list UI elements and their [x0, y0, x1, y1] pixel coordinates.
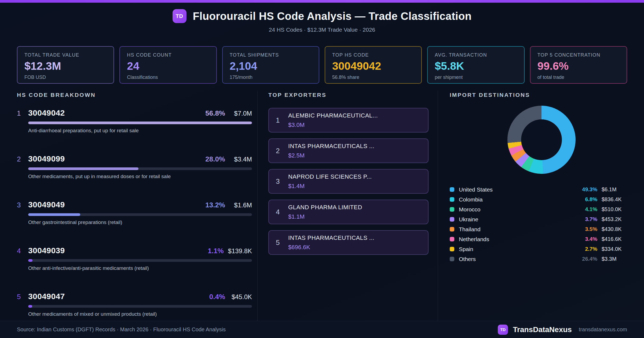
breakdown-percent: 1.1%	[208, 247, 224, 255]
stat-card: HS CODE COUNT 24 Classifications	[119, 46, 217, 84]
stat-subtext: 56.8% share	[332, 75, 414, 80]
exporter-rank: 2	[276, 147, 281, 155]
legend-row: Ukraine 3.7% $453.2K	[450, 214, 633, 224]
exporter-name: GLAND PHARMA LIMITED	[288, 204, 362, 211]
legend-percent: 49.3%	[573, 186, 597, 193]
breakdown-value: $7.0M	[229, 110, 252, 117]
breakdown-hs-code: 30049042	[28, 108, 65, 117]
exporter-value: $1.1M	[288, 213, 362, 220]
breakdown-rank: 5	[17, 293, 28, 301]
breakdown-percent: 56.8%	[205, 109, 225, 117]
legend-row: Morocco 4.1% $510.0K	[450, 204, 633, 214]
legend-country-label: United States	[459, 186, 573, 193]
exporter-card: 5 INTAS PHARMACEUTICALS ... $696.6K	[268, 230, 429, 255]
legend-row: United States 49.3% $6.1M	[450, 185, 633, 194]
legend-percent: 3.4%	[573, 236, 597, 242]
stat-label: TOTAL SHIPMENTS	[230, 52, 312, 58]
breakdown-bar-track	[28, 305, 252, 308]
legend-amount: $6.1M	[602, 186, 633, 193]
breakdown-hs-code: 30049049	[28, 200, 65, 209]
legend-row: Thailand 3.5% $430.8K	[450, 224, 633, 234]
breakdown-bar-track	[28, 259, 252, 262]
breakdown-rank: 3	[17, 201, 28, 209]
breakdown-heading: HS CODE BREAKDOWN	[17, 92, 252, 98]
legend-country-label: Thailand	[459, 226, 573, 233]
stat-label: TOP 5 CONCENTRATION	[537, 52, 620, 58]
exporter-value: $2.5M	[288, 152, 374, 159]
breakdown-description: Anti-diarrhoeal preparations, put up for…	[28, 128, 252, 134]
legend-country-label: Others	[459, 256, 573, 262]
breakdown-rank: 1	[17, 109, 28, 117]
exporter-name: ALEMBIC PHARMACEUTICAL...	[288, 112, 378, 119]
breakdown-bar-fill	[28, 167, 138, 170]
legend-amount: $416.6K	[602, 236, 633, 242]
legend-row: Netherlands 3.4% $416.6K	[450, 234, 633, 244]
exporter-value: $696.6K	[288, 244, 374, 251]
legend-amount: $453.2K	[602, 216, 633, 222]
exporter-card: 1 ALEMBIC PHARMACEUTICAL... $3.0M	[268, 108, 429, 133]
exporter-rank: 4	[276, 208, 281, 216]
breakdown-bar-track	[28, 122, 252, 124]
stat-card: TOP HS CODE 30049042 56.8% share	[325, 46, 422, 84]
stat-value: $12.3M	[24, 60, 107, 72]
exporter-name: NAPROD LIFE SCIENCES P...	[288, 173, 372, 180]
stat-card: TOTAL SHIPMENTS 2,104 175/month	[222, 46, 319, 84]
legend-swatch	[450, 187, 454, 192]
destinations-donut-chart	[507, 106, 576, 174]
exporter-name: INTAS PHARMACEUTICALS ...	[288, 234, 374, 241]
breakdown-row: 5 30049047 0.4% $45.0K Other medicaments…	[17, 292, 252, 317]
breakdown-row: 2 30049099 28.0% $3.4M Other medicaments…	[17, 154, 252, 179]
destinations-legend: United States 49.3% $6.1M Colombia 6.8% …	[450, 185, 633, 264]
header: TD Fluorouracil HS Code Analysis — Trade…	[0, 3, 644, 41]
exporter-rank: 5	[276, 238, 281, 247]
stat-label: AVG. TRANSACTION	[435, 52, 517, 58]
breakdown-hs-code: 30049039	[28, 246, 65, 255]
donut-hole	[521, 119, 562, 160]
top-accent-bar	[0, 0, 644, 3]
legend-country-label: Netherlands	[459, 236, 573, 243]
breakdown-rank: 2	[17, 155, 28, 163]
exporters-heading: TOP EXPORTERS	[268, 92, 429, 98]
stat-label: TOTAL TRADE VALUE	[24, 52, 107, 58]
legend-percent: 26.4%	[573, 256, 597, 262]
brand-logo-badge: TD	[173, 9, 186, 23]
page-title: Fluorouracil HS Code Analysis — Trade Cl…	[193, 10, 472, 22]
breakdown-row: 3 30049049 13.2% $1.6M Other gastrointes…	[17, 200, 252, 225]
breakdown-rank: 4	[17, 247, 28, 255]
stat-subtext: FOB USD	[24, 75, 107, 80]
legend-row: Colombia 6.8% $836.4K	[450, 194, 633, 204]
legend-swatch	[450, 227, 454, 232]
main-content: HS CODE BREAKDOWN 1 30049042 56.8% $7.0M…	[0, 91, 644, 324]
breakdown-description: Other medicaments, put up in measured do…	[28, 174, 252, 179]
footer-brand-name: TransDataNexus	[513, 325, 572, 334]
stat-label: HS CODE COUNT	[127, 52, 209, 58]
legend-country-label: Colombia	[459, 196, 573, 203]
breakdown-description: Other medicaments of mixed or unmixed pr…	[28, 311, 252, 317]
stat-subtext: 175/month	[230, 75, 312, 80]
exporters-list: 1 ALEMBIC PHARMACEUTICAL... $3.0M 2 INTA…	[268, 108, 429, 255]
stat-card: TOTAL TRADE VALUE $12.3M FOB USD	[17, 46, 114, 84]
breakdown-percent: 0.4%	[209, 293, 225, 301]
legend-row: Others 26.4% $3.3M	[450, 254, 633, 264]
stat-value: $5.8K	[435, 60, 517, 72]
legend-country-label: Spain	[459, 246, 573, 252]
breakdown-hs-code: 30049099	[28, 154, 65, 163]
exporter-card: 4 GLAND PHARMA LIMITED $1.1M	[268, 200, 429, 224]
breakdown-bar-fill	[28, 213, 80, 216]
legend-percent: 4.1%	[573, 206, 597, 212]
legend-amount: $334.0K	[602, 246, 633, 252]
breakdown-bar-track	[28, 213, 252, 216]
legend-percent: 2.7%	[573, 246, 597, 252]
footer-logo-badge: TD	[498, 325, 508, 335]
hs-code-breakdown-section: HS CODE BREAKDOWN 1 30049042 56.8% $7.0M…	[0, 91, 258, 324]
stat-value: 24	[127, 60, 209, 72]
breakdown-bar-fill	[28, 259, 32, 262]
legend-swatch	[450, 197, 454, 202]
breakdown-value: $139.8K	[228, 247, 252, 255]
stat-card: AVG. TRANSACTION $5.8K per shipment	[427, 46, 524, 84]
footer-domain-text: transdatanexus.com	[579, 326, 627, 333]
breakdown-bar-fill	[28, 122, 252, 124]
stat-subtext: per shipment	[435, 75, 517, 80]
footer-source-text: Source: Indian Customs (DGFT) Records · …	[17, 326, 226, 333]
legend-swatch	[450, 237, 454, 241]
